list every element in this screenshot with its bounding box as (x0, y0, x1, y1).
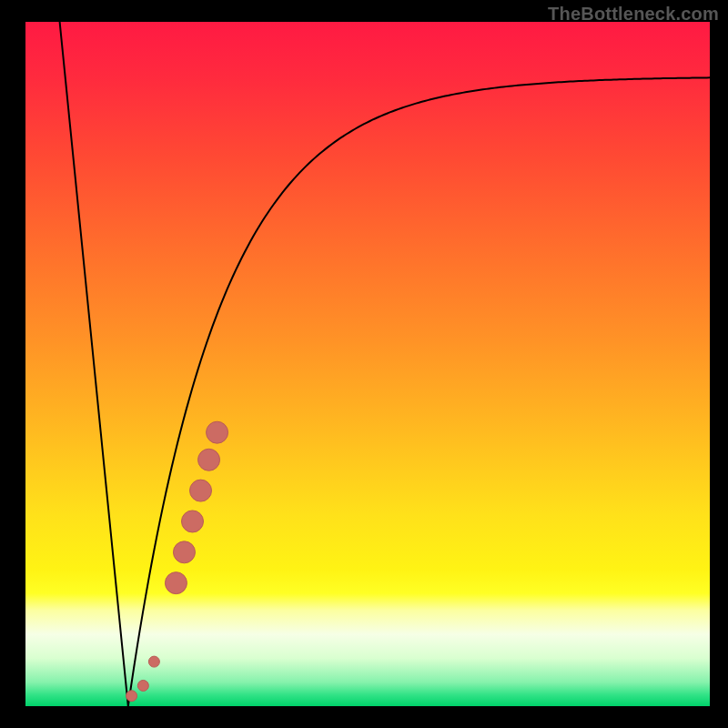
chart-frame: TheBottleneck.com (0, 0, 728, 728)
marker-point (207, 421, 228, 443)
marker-point (137, 680, 148, 691)
marker-point (126, 691, 137, 702)
plot-area (25, 22, 710, 706)
marker-point (148, 656, 159, 667)
chart-svg (25, 22, 710, 706)
marker-point (198, 449, 220, 470)
gradient-background (25, 22, 710, 706)
marker-point (181, 511, 203, 532)
marker-point (173, 541, 195, 563)
marker-point (165, 572, 187, 594)
marker-point (190, 480, 212, 501)
